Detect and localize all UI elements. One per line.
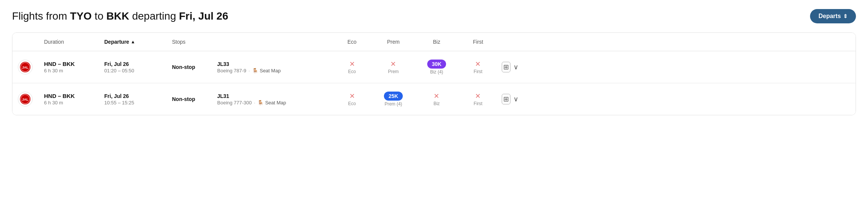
header-eco: Eco (333, 37, 371, 47)
airline-logo-cell: JAL (12, 57, 40, 77)
actions-2: ⊞ ∨ (499, 92, 521, 106)
biz-cell-1[interactable]: 30K Biz (4) (416, 58, 457, 76)
first-label-2: First (474, 101, 482, 106)
header-biz: Biz (416, 37, 457, 47)
seat-map-link-1[interactable]: Seat Map (260, 68, 281, 73)
biz-cell-2: ✕ Biz (416, 90, 457, 108)
prem-unavailable-icon-1: ✕ (390, 60, 396, 68)
flight-number-1: JL33 (217, 61, 329, 67)
departure-info-2: Fri, Jul 26 10:55 – 15:25 (100, 92, 168, 107)
route-info-1: HND – BKK 6 h 30 m (40, 59, 100, 75)
flight-detail-1: JL33 Boeing 787-9 · 🪑 Seat Map (213, 60, 333, 75)
sort-arrow-departure: ▲ (131, 39, 135, 44)
chevron-down-icon-1[interactable]: ∨ (513, 63, 518, 71)
seat-icon-1: 🪑 (252, 68, 258, 73)
svg-text:JAL: JAL (22, 98, 29, 101)
prem-badge-2: 25K (384, 92, 403, 101)
jal-logo-icon-2: JAL (18, 92, 33, 107)
eco-unavailable-icon-1: ✕ (349, 60, 355, 68)
biz-label-1: Biz (4) (430, 69, 443, 75)
departs-sort-icon: ⇕ (843, 13, 848, 19)
departure-date-1: Fri, Jul 26 (104, 61, 163, 67)
departure-time-1: 01:20 – 05:50 (104, 68, 163, 73)
route-1: HND – BKK (44, 61, 95, 67)
departure-date-2: Fri, Jul 26 (104, 93, 163, 99)
header-airline (12, 37, 40, 47)
table-header: Duration Departure ▲ Stops Eco Prem Biz … (12, 33, 856, 51)
biz-badge-1: 30K (427, 60, 446, 69)
departs-button[interactable]: Departs ⇕ (810, 9, 856, 23)
flight-detail-2: JL31 Boeing 777-300 · 🪑 Seat Map (213, 92, 333, 107)
prem-label-2: Prem (4) (385, 101, 402, 107)
jal-logo-icon: JAL (18, 60, 33, 75)
eco-unavailable-icon-2: ✕ (349, 92, 355, 100)
route-2: HND – BKK (44, 93, 95, 99)
eco-label-1: Eco (348, 69, 356, 74)
svg-text:JAL: JAL (22, 66, 29, 69)
aircraft-name-2: Boeing 777-300 (217, 100, 252, 106)
aircraft-name-1: Boeing 787-9 (217, 68, 246, 73)
eco-cell-2: ✕ Eco (333, 90, 371, 108)
route-info-2: HND – BKK 6 h 30 m (40, 91, 100, 107)
header-actions (499, 37, 521, 47)
biz-unavailable-icon-2: ✕ (434, 92, 439, 100)
stops-1: Non-stop (168, 63, 213, 72)
eco-cell-1: ✕ Eco (333, 58, 371, 76)
actions-1: ⊞ ∨ (499, 60, 521, 74)
first-cell-1: ✕ First (457, 58, 499, 76)
biz-label-2: Biz (434, 101, 440, 106)
expand-button-2[interactable]: ⊞ (502, 94, 510, 104)
header-stops: Stops (168, 37, 213, 47)
header-flight (213, 37, 333, 47)
stops-2: Non-stop (168, 95, 213, 104)
header-prem: Prem (371, 37, 416, 47)
first-unavailable-icon-1: ✕ (475, 60, 481, 68)
flight-number-2: JL31 (217, 93, 329, 99)
chevron-down-icon-2[interactable]: ∨ (513, 95, 518, 103)
flight-table: Duration Departure ▲ Stops Eco Prem Biz … (12, 32, 856, 115)
expand-button-1[interactable]: ⊞ (502, 62, 510, 72)
departure-info-1: Fri, Jul 26 01:20 – 05:50 (100, 60, 168, 75)
airline-logo-cell-2: JAL (12, 89, 40, 109)
page-title: Flights from TYO to BKK departing Fri, J… (12, 10, 228, 22)
header-departure[interactable]: Departure ▲ (100, 37, 168, 47)
aircraft-1: Boeing 787-9 · 🪑 Seat Map (217, 68, 329, 73)
header-first: First (457, 37, 499, 47)
seat-map-link-2[interactable]: Seat Map (265, 100, 286, 106)
duration-1: 6 h 30 m (44, 68, 95, 73)
first-cell-2: ✕ First (457, 90, 499, 108)
departure-time-2: 10:55 – 15:25 (104, 100, 163, 106)
seat-icon-2: 🪑 (257, 100, 263, 106)
prem-cell-1: ✕ Prem (371, 58, 416, 76)
first-unavailable-icon-2: ✕ (475, 92, 481, 100)
prem-label-1: Prem (388, 69, 399, 74)
eco-label-2: Eco (348, 101, 356, 106)
prem-cell-2[interactable]: 25K Prem (4) (371, 90, 416, 108)
duration-2: 6 h 30 m (44, 100, 95, 106)
header-duration: Duration (40, 37, 100, 47)
aircraft-2: Boeing 777-300 · 🪑 Seat Map (217, 100, 329, 106)
first-label-1: First (474, 69, 482, 74)
table-row: JAL HND – BKK 6 h 30 m Fri, Jul 26 10:55… (12, 83, 856, 115)
table-row: JAL HND – BKK 6 h 30 m Fri, Jul 26 01:20… (12, 51, 856, 83)
